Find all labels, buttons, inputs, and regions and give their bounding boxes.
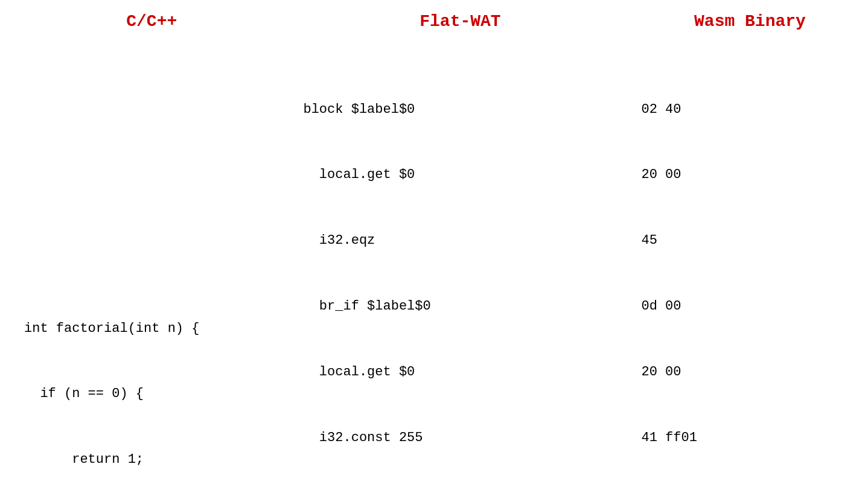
wasm-line-2: 20 00 — [641, 164, 697, 186]
wasm-line-1: 02 40 — [641, 99, 697, 121]
cpp-column: C/C++ int factorial(int n) { if (n == 0)… — [0, 12, 291, 496]
cpp-line-8: return 1; — [24, 449, 279, 471]
flatwat-line-6: i32.const 255 — [303, 427, 438, 449]
wasm-line-4: 0d 00 — [641, 296, 697, 317]
wasm-line-7: 6a — [641, 493, 697, 496]
wasm-line-5: 20 00 — [641, 361, 697, 383]
cpp-line-7: if (n == 0) { — [24, 383, 279, 405]
wasm-header: Wasm Binary — [641, 12, 858, 31]
flatwat-line-4: br_if $label$0 — [303, 296, 438, 317]
flatwat-column: Flat-WAT block $label$0 local.get $0 i32… — [291, 12, 629, 496]
flatwat-line-1: block $label$0 — [303, 99, 438, 121]
flatwat-line-3: i32.eqz — [303, 230, 438, 252]
wasm-line-6: 41 ff01 — [641, 427, 697, 449]
flatwat-line-5: local.get $0 — [303, 361, 438, 383]
flatwat-code: block $label$0 local.get $0 i32.eqz br_i… — [303, 55, 438, 496]
wasm-code: 02 40 20 00 45 0d 00 20 00 41 ff01 6a 41… — [641, 55, 697, 496]
cpp-code: int factorial(int n) { if (n == 0) { ret… — [24, 55, 279, 496]
flatwat-header: Flat-WAT — [303, 12, 617, 31]
cpp-line-6: int factorial(int n) { — [24, 318, 279, 340]
wasm-column: Wasm Binary 02 40 20 00 45 0d 00 20 00 4… — [629, 12, 868, 496]
flatwat-line-2: local.get $0 — [303, 164, 438, 186]
flatwat-line-7: i32.add — [303, 493, 438, 496]
wasm-line-3: 45 — [641, 230, 697, 252]
cpp-header: C/C++ — [24, 12, 279, 31]
